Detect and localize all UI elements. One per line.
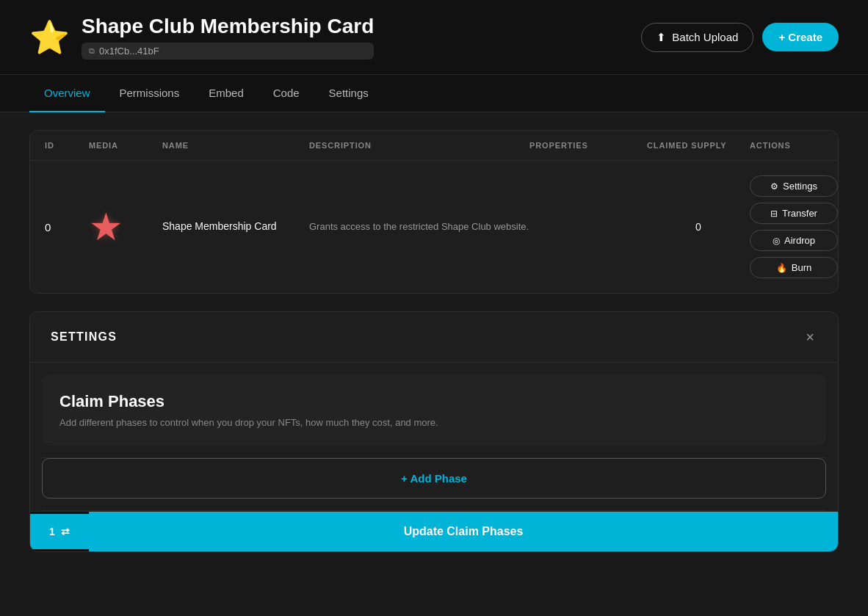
tab-code[interactable]: Code [258,75,314,112]
claim-phases-panel: Claim Phases Add different phases to con… [42,374,826,446]
main-content: ID MEDIA NAME DESCRIPTION PROPERTIES CLA… [0,112,868,570]
row-actions: ⚙ Settings ⊟ Transfer ◎ Airdrop 🔥 Burn [750,175,839,278]
claim-phases-title: Claim Phases [59,392,809,411]
row-id: 0 [45,221,89,233]
airdrop-action-button[interactable]: ◎ Airdrop [750,230,838,251]
copy-icon: ⧉ [89,46,95,56]
update-claim-phases-button[interactable]: Update Claim Phases [89,512,838,551]
tab-overview[interactable]: Overview [29,75,105,112]
col-media: MEDIA [89,141,162,150]
page-title: Shape Club Membership Card [82,15,374,38]
settings-footer: 1 ⇄ Update Claim Phases [30,511,838,551]
network-icon: ⇄ [61,526,70,537]
nft-thumbnail: ★ [89,205,123,249]
burn-icon: 🔥 [776,263,787,273]
tab-embed[interactable]: Embed [194,75,258,112]
nav-tabs: Overview Permissions Embed Code Settings [0,75,868,112]
logo-star: ⭐ [29,21,70,54]
table-row: 0 ★ Shape Membership Card Grants access … [30,161,838,293]
col-description: DESCRIPTION [309,141,529,150]
col-id: ID [45,141,89,150]
settings-header: SETTINGS × [30,312,838,363]
network-indicator: 1 ⇄ [30,514,89,549]
create-button[interactable]: + Create [762,23,839,51]
tab-permissions[interactable]: Permissions [105,75,195,112]
header-title-group: Shape Club Membership Card ⧉ 0x1fCb...41… [82,15,374,59]
col-actions: ACTIONS [750,141,839,150]
transfer-icon: ⊟ [770,209,778,219]
settings-section: SETTINGS × Claim Phases Add different ph… [29,311,839,552]
burn-action-button[interactable]: 🔥 Burn [750,257,838,278]
header-left: ⭐ Shape Club Membership Card ⧉ 0x1fCb...… [29,15,374,59]
col-name: NAME [162,141,309,150]
nft-table: ID MEDIA NAME DESCRIPTION PROPERTIES CLA… [29,130,839,294]
row-supply: 0 [647,221,750,233]
close-settings-button[interactable]: × [803,327,817,347]
row-media: ★ [89,205,162,249]
tab-settings[interactable]: Settings [314,75,383,112]
contract-address: 0x1fCb...41bF [99,46,159,57]
header: ⭐ Shape Club Membership Card ⧉ 0x1fCb...… [0,0,868,75]
table-header: ID MEDIA NAME DESCRIPTION PROPERTIES CLA… [30,131,838,161]
row-name: Shape Membership Card [162,220,309,234]
settings-title: SETTINGS [51,330,117,344]
col-properties: PROPERTIES [529,141,647,150]
batch-upload-button[interactable]: ⬆ Batch Upload [641,23,753,52]
settings-action-button[interactable]: ⚙ Settings [750,175,838,197]
row-description: Grants access to the restricted Shape Cl… [309,220,529,234]
add-phase-label: + Add Phase [401,472,467,485]
header-actions: ⬆ Batch Upload + Create [641,23,839,52]
close-icon: × [806,329,814,345]
contract-address-badge[interactable]: ⧉ 0x1fCb...41bF [82,43,374,59]
update-label: Update Claim Phases [404,525,524,537]
gear-icon: ⚙ [770,181,778,192]
network-number: 1 [49,526,55,537]
add-phase-button[interactable]: + Add Phase [42,458,826,499]
batch-upload-label: Batch Upload [672,31,738,43]
create-label: + Create [778,31,822,43]
airdrop-icon: ◎ [773,236,780,246]
upload-icon: ⬆ [657,31,666,44]
col-supply: CLAIMED SUPPLY [647,141,750,150]
claim-phases-subtitle: Add different phases to control when you… [59,417,809,428]
transfer-action-button[interactable]: ⊟ Transfer [750,203,838,224]
